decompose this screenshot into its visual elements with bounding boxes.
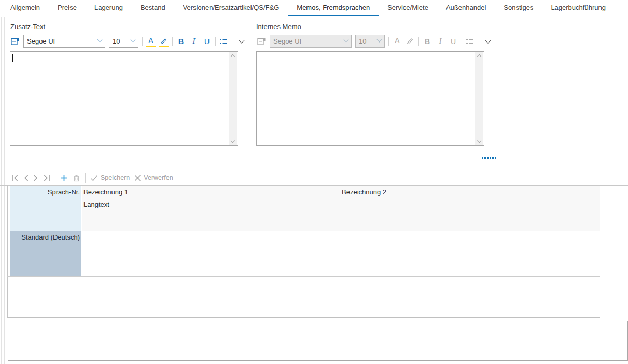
vertical-scrollbar[interactable] xyxy=(475,52,483,145)
scroll-down-icon[interactable] xyxy=(231,138,235,143)
highlight-color-button-disabled xyxy=(406,36,415,47)
font-size-select-disabled: 10 xyxy=(355,35,385,48)
column-separator xyxy=(340,186,340,198)
column-header-bezeichnung1[interactable]: Bezeichnung 1 xyxy=(83,188,128,196)
record-navigation-toolbar: Speichern Verwerfen xyxy=(11,172,173,184)
table-left-border xyxy=(7,185,8,318)
content-left-edge-line xyxy=(4,17,5,364)
text-module-button-disabled xyxy=(257,37,266,46)
chevron-down-icon xyxy=(239,37,244,43)
tab-aussenhandel[interactable]: Außenhandel xyxy=(437,0,495,16)
first-record-button[interactable] xyxy=(11,175,19,181)
tab-lagerbuchfuehrung[interactable]: Lagerbuchführung xyxy=(542,0,615,16)
pencil-icon xyxy=(160,37,168,44)
header-row-divider xyxy=(82,198,600,198)
font-size-value: 10 xyxy=(359,37,366,45)
toolbar-divider xyxy=(85,173,86,183)
toolbar-divider xyxy=(55,173,55,183)
underline-button-disabled: U xyxy=(449,36,458,47)
italic-button[interactable]: I xyxy=(189,36,199,47)
chevron-down-icon xyxy=(344,37,349,43)
zusatz-text-label: Zusatz-Text xyxy=(10,23,45,31)
font-color-button-disabled: A xyxy=(393,36,402,47)
langtext-input[interactable] xyxy=(8,321,628,361)
row-bottom-border xyxy=(7,276,600,277)
bullet-list-icon xyxy=(466,38,474,45)
chevron-down-icon xyxy=(485,37,491,43)
internes-memo-editor[interactable] xyxy=(256,51,484,146)
scroll-up-icon[interactable] xyxy=(477,54,481,59)
text-module-icon xyxy=(257,37,266,46)
discard-button: Verwerfen xyxy=(134,174,173,181)
last-record-icon xyxy=(43,175,50,181)
resize-grip[interactable] xyxy=(482,157,496,159)
font-family-value: Segoe UI xyxy=(273,37,301,45)
tab-preise[interactable]: Preise xyxy=(49,0,86,16)
font-size-select[interactable]: 10 xyxy=(109,35,138,48)
vertical-scrollbar[interactable] xyxy=(229,52,237,145)
column-header-langtext[interactable]: Langtext xyxy=(83,201,109,208)
underline-button[interactable]: U xyxy=(202,36,212,47)
more-options-button[interactable] xyxy=(484,40,491,43)
save-label: Speichern xyxy=(101,174,130,181)
text-module-button[interactable] xyxy=(11,37,20,46)
table-header-area xyxy=(82,186,600,231)
font-size-value: 10 xyxy=(113,37,120,45)
chevron-down-icon xyxy=(131,37,136,43)
bullet-list-button[interactable] xyxy=(219,38,228,45)
toolbar-divider xyxy=(418,37,419,46)
previous-record-button[interactable] xyxy=(23,175,29,181)
scroll-down-icon[interactable] xyxy=(477,138,481,143)
column-header-bezeichnung2[interactable]: Bezeichnung 2 xyxy=(342,188,386,196)
zusatz-text-toolbar: Segoe UI 10 A B I U xyxy=(11,34,245,48)
toolbar-divider xyxy=(142,37,143,46)
next-record-icon xyxy=(33,175,38,181)
last-record-button[interactable] xyxy=(43,175,50,181)
font-color-button[interactable]: A xyxy=(146,36,156,47)
zusatz-text-editor[interactable] xyxy=(10,51,238,146)
plus-icon xyxy=(60,174,68,182)
bold-button[interactable]: B xyxy=(176,36,186,47)
table-row-content-area[interactable] xyxy=(82,231,600,276)
column-header-sprach-nr[interactable]: Sprach-Nr. xyxy=(10,186,81,231)
table-bottom-border xyxy=(7,317,600,318)
add-record-button[interactable] xyxy=(60,174,68,182)
tab-memos-fremdsprachen[interactable]: Memos, Fremdsprachen xyxy=(288,0,379,16)
discard-label: Verwerfen xyxy=(144,174,173,181)
scroll-up-icon[interactable] xyxy=(231,54,235,59)
window-left-edge-line xyxy=(1,17,2,364)
font-family-select[interactable]: Segoe UI xyxy=(23,35,105,48)
pencil-icon xyxy=(407,37,414,44)
text-caret xyxy=(12,54,13,62)
tab-sonstiges[interactable]: Sonstiges xyxy=(495,0,542,16)
tab-versionen-ersatzartikel[interactable]: Versionen/Ersatzartikel/QS/F&G xyxy=(174,0,288,16)
x-icon xyxy=(134,175,141,181)
chevron-down-icon xyxy=(377,37,382,43)
italic-button-disabled: I xyxy=(436,36,445,47)
toolbar-divider xyxy=(172,37,173,46)
table-row-language-cell[interactable]: Standard (Deutsch) xyxy=(10,231,81,276)
tab-service-miete[interactable]: Service/Miete xyxy=(379,0,437,16)
first-record-icon xyxy=(11,175,19,181)
bullet-list-button-disabled xyxy=(466,38,474,45)
internes-memo-toolbar: Segoe UI 10 A B I U xyxy=(257,34,491,48)
more-options-button[interactable] xyxy=(238,40,245,43)
toolbar-divider xyxy=(215,37,216,46)
toolbar-divider xyxy=(462,37,462,46)
toolbar-divider xyxy=(388,37,389,46)
bullet-list-icon xyxy=(219,38,228,45)
save-button: Speichern xyxy=(90,174,130,181)
tab-bestand[interactable]: Bestand xyxy=(132,0,174,16)
tab-bar: Allgemein Preise Lagerung Bestand Versio… xyxy=(0,0,628,16)
font-family-value: Segoe UI xyxy=(27,37,55,45)
tab-lagerung[interactable]: Lagerung xyxy=(86,0,132,16)
tab-allgemein[interactable]: Allgemein xyxy=(2,0,49,16)
chevron-down-icon xyxy=(97,37,103,43)
checkmark-icon xyxy=(90,175,98,181)
trash-icon xyxy=(73,174,80,182)
font-family-select-disabled: Segoe UI xyxy=(270,35,352,48)
bold-button-disabled: B xyxy=(423,36,432,47)
highlight-color-button[interactable] xyxy=(159,36,169,47)
text-module-icon xyxy=(11,37,20,46)
next-record-button[interactable] xyxy=(33,175,38,181)
